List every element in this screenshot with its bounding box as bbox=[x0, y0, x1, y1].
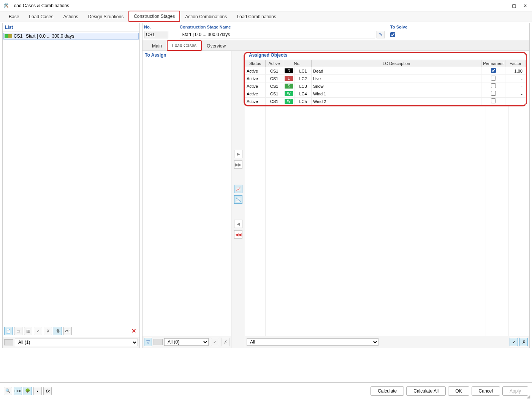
renumber-button[interactable]: 2↕6 bbox=[63, 327, 72, 335]
list-filter-bar: All (1) bbox=[3, 337, 139, 348]
check-selected-button[interactable]: ✓ bbox=[34, 327, 42, 335]
cell-no: LC5 bbox=[295, 98, 312, 105]
toolbar-btn-2[interactable]: ▭ bbox=[14, 327, 22, 335]
cell-factor: 1.00 bbox=[505, 67, 526, 75]
list-item[interactable]: CS1 Start | 0.0 ... 300.0 days bbox=[3, 33, 139, 40]
list-item-id: CS1 bbox=[14, 33, 24, 39]
subtab-main[interactable]: Main bbox=[147, 41, 167, 51]
cell-status: Active bbox=[245, 90, 266, 98]
apply-button[interactable]: Apply bbox=[502, 386, 528, 396]
tab-construction-stages[interactable]: Construction Stages bbox=[128, 11, 180, 22]
solve-label: To Solve bbox=[390, 24, 528, 30]
chart-button-2[interactable]: 📉 bbox=[234, 195, 242, 204]
cell-status: Active bbox=[245, 67, 266, 75]
cell-badge: W bbox=[283, 98, 295, 105]
tab-load-cases[interactable]: Load Cases bbox=[24, 11, 58, 22]
cell-badge: D bbox=[283, 67, 295, 75]
delete-button[interactable]: ✕ bbox=[130, 327, 138, 335]
window-controls: — ▢ ✕ bbox=[500, 3, 527, 8]
cell-permanent[interactable] bbox=[481, 90, 505, 98]
uncheck-selected-button[interactable]: ✗ bbox=[44, 327, 52, 335]
to-assign-body bbox=[142, 59, 231, 332]
to-assign-header: To Assign bbox=[142, 51, 231, 59]
solve-checkbox[interactable] bbox=[390, 32, 395, 37]
assign-uncheck-button[interactable]: ✗ bbox=[222, 338, 230, 346]
close-button[interactable]: ✕ bbox=[523, 3, 527, 8]
objects-check-button[interactable]: ✓ bbox=[510, 338, 518, 346]
cell-active: CS1 bbox=[266, 98, 283, 105]
fx-button[interactable]: ƒx bbox=[43, 387, 52, 395]
cell-factor: - bbox=[505, 98, 526, 105]
tree-button[interactable]: 🌳 bbox=[24, 387, 32, 395]
list-header: List bbox=[3, 23, 139, 32]
cell-active: CS1 bbox=[266, 82, 283, 90]
tab-load-combinations[interactable]: Load Combinations bbox=[232, 11, 281, 22]
search-icon[interactable]: 🔍 bbox=[4, 387, 12, 395]
minimize-button[interactable]: — bbox=[500, 3, 505, 8]
name-label: Construction Stage Name bbox=[180, 24, 385, 30]
resize-grip-icon[interactable]: ◢ bbox=[527, 394, 531, 398]
bottom-bar: 🔍 0,00 🌳 • ƒx Calculate Calculate All OK… bbox=[0, 382, 532, 399]
units-button[interactable]: 0,00 bbox=[14, 387, 22, 395]
col-permanent: Permanent bbox=[481, 60, 505, 67]
cell-permanent[interactable] bbox=[481, 98, 505, 105]
cell-factor: - bbox=[505, 90, 526, 98]
to-assign-scrollbar[interactable] bbox=[142, 332, 231, 336]
objects-filter-select[interactable]: All bbox=[247, 338, 378, 346]
app-icon: 🛠️ bbox=[3, 3, 9, 9]
workarea: To Assign ▽ All (0) ✓ ✗ ▶ ▶▶ 📈 bbox=[142, 51, 529, 348]
window-title: Load Cases & Combinations bbox=[11, 3, 500, 8]
filter-button[interactable]: ▽ bbox=[144, 338, 152, 346]
cell-factor: - bbox=[505, 82, 526, 90]
table-row[interactable]: ActiveCS1WLC5Wind 2- bbox=[245, 98, 526, 105]
toolbar-btn-3[interactable]: ▥ bbox=[24, 327, 32, 335]
dot-button[interactable]: • bbox=[33, 387, 42, 395]
calculate-all-button[interactable]: Calculate All bbox=[406, 386, 446, 396]
subtab-overview[interactable]: Overview bbox=[202, 41, 231, 51]
move-all-left-button[interactable]: ◀◀ bbox=[234, 230, 242, 239]
to-assign-column: To Assign ▽ All (0) ✓ ✗ bbox=[142, 51, 231, 348]
name-input[interactable] bbox=[180, 31, 375, 38]
move-right-button[interactable]: ▶ bbox=[234, 150, 242, 158]
cell-status: Active bbox=[245, 75, 266, 82]
assign-filter-swatch bbox=[154, 339, 162, 345]
cell-permanent[interactable] bbox=[481, 75, 505, 82]
calculate-button[interactable]: Calculate bbox=[370, 386, 404, 396]
new-item-button[interactable]: 📄 bbox=[4, 327, 13, 335]
chart-button-1[interactable]: 📈 bbox=[234, 185, 242, 193]
cell-active: CS1 bbox=[266, 67, 283, 75]
cell-badge: W bbox=[283, 90, 295, 98]
cell-desc: Live bbox=[312, 75, 481, 82]
table-row[interactable]: ActiveCS1DLC1Dead1.00 bbox=[245, 67, 526, 75]
cell-status: Active bbox=[245, 98, 266, 105]
edit-name-button[interactable]: ✎ bbox=[377, 31, 385, 38]
maximize-button[interactable]: ▢ bbox=[511, 3, 516, 8]
assign-check-button[interactable]: ✓ bbox=[211, 338, 219, 346]
table-row[interactable]: ActiveCS1LLC2Live- bbox=[245, 75, 526, 82]
cell-no: LC4 bbox=[295, 90, 312, 98]
objects-uncheck-button[interactable]: ✗ bbox=[519, 338, 528, 346]
list-filter-select[interactable]: All (1) bbox=[15, 339, 138, 346]
tab-action-combinations[interactable]: Action Combinations bbox=[180, 11, 232, 22]
move-left-button[interactable]: ◀ bbox=[234, 220, 242, 228]
table-row[interactable]: ActiveCS1WLC4Wind 1- bbox=[245, 90, 526, 98]
assigned-objects-body bbox=[245, 106, 529, 336]
subtab-load-cases[interactable]: Load Cases bbox=[167, 40, 202, 51]
cell-permanent[interactable] bbox=[481, 82, 505, 90]
cell-desc: Snow bbox=[312, 82, 481, 90]
list-area: CS1 Start | 0.0 ... 300.0 days bbox=[3, 32, 139, 325]
move-all-right-button[interactable]: ▶▶ bbox=[234, 160, 242, 169]
no-input[interactable] bbox=[144, 31, 168, 38]
cancel-button[interactable]: Cancel bbox=[472, 386, 500, 396]
tab-actions[interactable]: Actions bbox=[58, 11, 83, 22]
sort-button[interactable]: ⇅ bbox=[54, 327, 62, 335]
ok-button[interactable]: OK bbox=[448, 386, 469, 396]
titlebar: 🛠️ Load Cases & Combinations — ▢ ✕ bbox=[0, 0, 532, 11]
cell-badge: L bbox=[283, 75, 295, 82]
cell-desc: Wind 1 bbox=[312, 90, 481, 98]
tab-base[interactable]: Base bbox=[4, 11, 24, 22]
cell-permanent[interactable] bbox=[481, 67, 505, 75]
assign-filter-select[interactable]: All (0) bbox=[164, 338, 209, 346]
tab-design-situations[interactable]: Design Situations bbox=[83, 11, 128, 22]
table-row[interactable]: ActiveCS1SLC3Snow- bbox=[245, 82, 526, 90]
